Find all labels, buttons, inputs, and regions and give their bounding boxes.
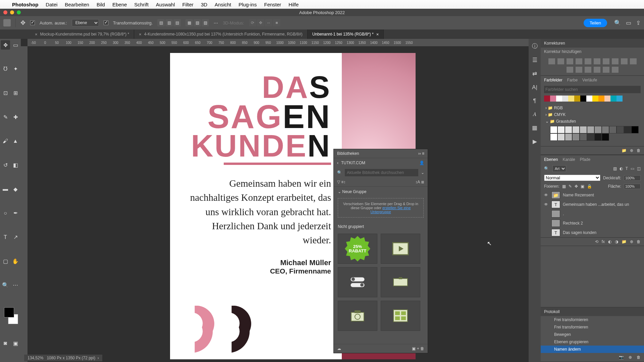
swatch[interactable] xyxy=(562,96,568,102)
link-layers-icon[interactable]: ⟲ xyxy=(595,239,598,244)
glyph-panel-icon[interactable]: 𝐴 xyxy=(533,111,536,118)
swatch[interactable] xyxy=(580,126,587,133)
history-item[interactable]: Ebenen gruppieren xyxy=(541,338,644,346)
swatch[interactable] xyxy=(594,133,602,141)
selective-color-icon[interactable] xyxy=(612,67,619,73)
bw-icon[interactable] xyxy=(612,58,619,64)
lock-pixels-icon[interactable]: ▦ xyxy=(562,184,566,189)
levels-icon[interactable] xyxy=(557,58,564,64)
tab-close-icon[interactable]: × xyxy=(376,32,379,37)
align-more-icon[interactable]: ⋯ xyxy=(214,20,218,25)
foreground-color[interactable] xyxy=(4,307,14,317)
lut-icon[interactable] xyxy=(567,67,573,73)
menu-bearbeiten[interactable]: Bearbeiten xyxy=(65,2,89,7)
swatch-group-rgb[interactable]: › 📁 RGB xyxy=(545,105,639,111)
share-button[interactable]: Teilen xyxy=(584,19,607,27)
share-export-icon[interactable]: ⇪ xyxy=(636,19,641,26)
lib-folder-icon[interactable]: ▣ xyxy=(412,346,416,351)
blend-mode-combo[interactable]: Normal xyxy=(544,175,600,181)
cc-panel-icon[interactable]: ▦ xyxy=(532,124,537,131)
swatch[interactable] xyxy=(604,96,610,102)
filter-icon[interactable]: ▽ xyxy=(337,180,340,184)
filter-type-icon[interactable]: T xyxy=(626,166,628,171)
auto-select-checkbox[interactable] xyxy=(30,20,35,25)
eyedropper-tool[interactable]: ✎ xyxy=(1,112,10,122)
history-item[interactable]: Bewegen xyxy=(541,331,644,338)
swatch[interactable] xyxy=(557,126,565,133)
new-group-row[interactable]: ⌄ Neue Gruppe xyxy=(334,187,428,197)
menu-bild[interactable]: Bild xyxy=(97,2,105,7)
menu-hilfe[interactable]: Hilfe xyxy=(288,2,299,7)
vibrance-icon[interactable] xyxy=(585,58,591,64)
opacity-input[interactable] xyxy=(624,175,641,181)
zoom-value[interactable]: 134,52% xyxy=(28,356,43,360)
menu-fenster[interactable]: Fenster xyxy=(264,2,281,7)
drop-zone[interactable]: Verschieben Sie Elemente per Drag & Drop… xyxy=(338,198,424,218)
posterize-icon[interactable] xyxy=(585,67,591,73)
library-item[interactable] xyxy=(338,267,377,297)
swatch[interactable] xyxy=(598,96,604,102)
type-tool[interactable]: T xyxy=(1,233,10,242)
filter-smart-icon[interactable]: ◫ xyxy=(637,166,641,171)
path-tool[interactable]: ↗ xyxy=(11,233,20,242)
channel-mixer-icon[interactable] xyxy=(630,58,637,64)
layer-row[interactable]: . xyxy=(541,209,644,219)
pen-tool[interactable]: ✒ xyxy=(11,208,20,218)
search-icon[interactable]: 🔍 xyxy=(614,19,621,26)
history-item[interactable]: Namen ändern xyxy=(541,346,644,353)
library-source[interactable]: TUTKIT.COM xyxy=(341,161,365,165)
swatch[interactable] xyxy=(574,96,580,102)
tab-close-icon[interactable]: × xyxy=(35,32,38,37)
swatch[interactable] xyxy=(565,126,572,133)
align-bottom-icon[interactable]: ▨ xyxy=(202,19,209,26)
play-panel-icon[interactable]: ▶ xyxy=(533,138,537,145)
filter-adjust-icon[interactable]: ◐ xyxy=(620,166,623,171)
swatch[interactable] xyxy=(580,133,587,141)
frame-tool[interactable]: ⊞ xyxy=(11,88,20,98)
home-icon[interactable] xyxy=(3,19,11,26)
align-v-center-icon[interactable]: ▧ xyxy=(194,19,201,26)
align-top-icon[interactable]: ▦ xyxy=(185,19,193,26)
sort-icon[interactable]: ≡↕ xyxy=(341,180,345,184)
swatch-group-grayscale[interactable]: ⌄ 📁 Graustufen xyxy=(545,118,639,125)
window-close-icon[interactable] xyxy=(3,10,7,14)
menu-datei[interactable]: Datei xyxy=(46,2,57,7)
tab-verlaeufe[interactable]: Verläufe xyxy=(582,78,597,82)
menu-auswahl[interactable]: Auswahl xyxy=(156,2,175,7)
crop-tool[interactable]: ⊡ xyxy=(1,88,10,98)
tab-kanaele[interactable]: Kanäle xyxy=(562,157,575,162)
filter-pixel-icon[interactable]: ▧ xyxy=(613,166,617,171)
menu-filter[interactable]: Filter xyxy=(182,2,194,7)
auto-select-combo[interactable]: Ebene xyxy=(72,19,99,26)
swatch[interactable] xyxy=(586,96,592,102)
brightness-icon[interactable] xyxy=(548,58,555,64)
healing-tool[interactable]: ✚ xyxy=(11,112,20,122)
library-item[interactable] xyxy=(381,267,420,297)
lasso-tool[interactable]: ℧ xyxy=(1,64,10,74)
library-item[interactable] xyxy=(381,301,420,331)
menu-ansicht[interactable]: Ansicht xyxy=(215,2,231,7)
lib-add-icon[interactable]: + xyxy=(417,346,419,351)
tab-ebenen[interactable]: Ebenen xyxy=(544,157,558,162)
menu-plugins[interactable]: Plug-ins xyxy=(238,2,257,7)
layer-row[interactable]: Rechteck 2 xyxy=(541,219,644,228)
magic-wand-tool[interactable]: ✦ xyxy=(11,64,20,74)
exposure-icon[interactable] xyxy=(576,58,582,64)
swatch[interactable] xyxy=(550,96,556,102)
type-panel-icon[interactable]: A| xyxy=(532,84,537,91)
menu-app[interactable]: Photoshop xyxy=(12,2,38,7)
snapshot-icon[interactable]: 📷 xyxy=(619,355,624,360)
delete-state-icon[interactable]: 🗑 xyxy=(637,355,641,360)
library-item[interactable] xyxy=(381,234,420,264)
tab-unbenannt[interactable]: Unbenannt-1 bei 135% (RGB/8*) *× xyxy=(308,29,384,39)
color-balance-icon[interactable] xyxy=(603,58,609,64)
swatch[interactable] xyxy=(616,126,624,133)
swatch[interactable] xyxy=(557,133,565,141)
lock-brush-icon[interactable]: ✎ xyxy=(569,184,572,189)
layer-row[interactable]: 👁TGemeinsam haben ...arbeitet, das un xyxy=(541,200,644,209)
group-icon[interactable]: 📁 xyxy=(622,239,627,244)
swatch[interactable] xyxy=(572,133,580,141)
brush-tool[interactable]: 🖌 xyxy=(1,136,10,146)
tab-farbfelder[interactable]: Farbfelder xyxy=(544,78,562,82)
marquee-tool[interactable]: ▭ xyxy=(11,40,20,50)
